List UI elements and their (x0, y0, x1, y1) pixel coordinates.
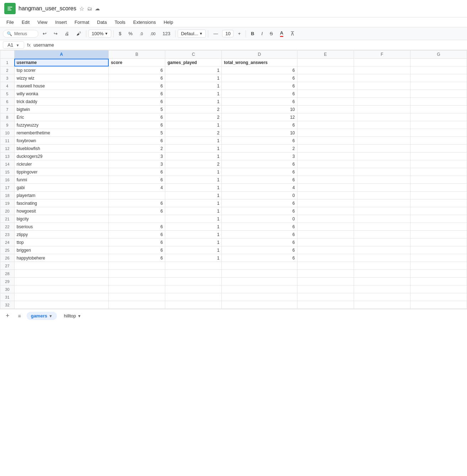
cell-c14[interactable]: 2 (165, 160, 222, 168)
cell-f17[interactable] (354, 184, 410, 192)
cell-e21[interactable] (297, 215, 354, 223)
cell-g10[interactable] (410, 129, 467, 137)
cell-d1[interactable]: total_wrong_answers (222, 59, 297, 66)
cell-d6[interactable]: 6 (222, 98, 297, 106)
cell-g12[interactable] (410, 145, 467, 153)
cell-d12[interactable]: 2 (222, 145, 297, 153)
cell-c1[interactable]: games_played (165, 59, 222, 66)
cell-f30[interactable] (354, 285, 410, 293)
cell-d22[interactable]: 6 (222, 223, 297, 231)
paint-format-button[interactable]: 🖌 (74, 30, 84, 38)
cell-f29[interactable] (354, 278, 410, 285)
menu-view[interactable]: View (34, 18, 51, 26)
cell-g22[interactable] (410, 223, 467, 231)
cell-c28[interactable] (165, 270, 222, 278)
cell-c8[interactable]: 2 (165, 113, 222, 121)
cell-b27[interactable] (109, 262, 165, 270)
cell-f18[interactable] (354, 192, 410, 199)
cell-c21[interactable]: 1 (165, 215, 222, 223)
cell-c22[interactable]: 1 (165, 223, 222, 231)
cell-e7[interactable] (297, 106, 354, 113)
cell-f23[interactable] (354, 231, 410, 239)
cell-e8[interactable] (297, 113, 354, 121)
cell-a14[interactable]: rickruler (14, 160, 108, 168)
cell-a25[interactable]: briggen (14, 246, 108, 254)
cell-e16[interactable] (297, 176, 354, 184)
cell-f9[interactable] (354, 121, 410, 129)
font-size-decrease[interactable]: — (210, 30, 221, 38)
currency-button[interactable]: $ (116, 30, 124, 38)
cell-b13[interactable]: 3 (109, 153, 165, 160)
cell-a10[interactable]: rememberthetime (14, 129, 108, 137)
cell-e20[interactable] (297, 207, 354, 215)
cell-g31[interactable] (410, 293, 467, 301)
font-size-increase[interactable]: + (235, 30, 243, 38)
col-header-b[interactable]: B (109, 50, 165, 59)
cell-f28[interactable] (354, 270, 410, 278)
cell-d16[interactable]: 6 (222, 176, 297, 184)
cell-g26[interactable] (410, 254, 467, 262)
percent-button[interactable]: % (125, 30, 135, 38)
cell-b24[interactable]: 6 (109, 239, 165, 246)
cell-c5[interactable]: 1 (165, 90, 222, 98)
tab-hilltop[interactable]: hilltop ▼ (60, 312, 86, 320)
cell-g17[interactable] (410, 184, 467, 192)
cell-c6[interactable]: 1 (165, 98, 222, 106)
menu-file[interactable]: File (3, 18, 17, 26)
cell-f15[interactable] (354, 168, 410, 176)
cell-a31[interactable] (14, 293, 108, 301)
star-icon[interactable]: ☆ (79, 5, 84, 12)
folder-icon[interactable]: 🗂 (87, 6, 92, 11)
cell-e12[interactable] (297, 145, 354, 153)
cell-b15[interactable]: 6 (109, 168, 165, 176)
cell-f16[interactable] (354, 176, 410, 184)
cell-f3[interactable] (354, 74, 410, 82)
cell-f25[interactable] (354, 246, 410, 254)
formula-value[interactable]: username (33, 42, 54, 48)
cell-f4[interactable] (354, 82, 410, 90)
decimal-dec-button[interactable]: .0 (137, 30, 146, 37)
cell-a16[interactable]: funmi (14, 176, 108, 184)
cell-e1[interactable] (297, 59, 354, 66)
cell-g9[interactable] (410, 121, 467, 129)
num-format-button[interactable]: 123 (160, 30, 173, 38)
cell-a19[interactable]: fascinating (14, 199, 108, 207)
cell-g8[interactable] (410, 113, 467, 121)
decimal-inc-button[interactable]: .00 (147, 30, 158, 37)
cell-d27[interactable] (222, 262, 297, 270)
cell-g27[interactable] (410, 262, 467, 270)
cell-c24[interactable]: 1 (165, 239, 222, 246)
cell-a7[interactable]: bigtwin (14, 106, 108, 113)
cell-e28[interactable] (297, 270, 354, 278)
cell-g1[interactable] (410, 59, 467, 66)
menu-tools[interactable]: Tools (111, 18, 129, 26)
cell-a4[interactable]: maxwell house (14, 82, 108, 90)
add-sheet-button[interactable]: + (3, 311, 12, 321)
cell-b31[interactable] (109, 293, 165, 301)
cell-g23[interactable] (410, 231, 467, 239)
cell-e17[interactable] (297, 184, 354, 192)
cell-d18[interactable]: 0 (222, 192, 297, 199)
cell-a20[interactable]: howgoesit (14, 207, 108, 215)
cell-d23[interactable]: 6 (222, 231, 297, 239)
bold-button[interactable]: B (248, 30, 257, 38)
cell-g28[interactable] (410, 270, 467, 278)
cell-b4[interactable]: 6 (109, 82, 165, 90)
cell-a21[interactable]: bigcity (14, 215, 108, 223)
tab-gamers-arrow[interactable]: ▼ (49, 314, 53, 318)
search-box[interactable]: 🔍 Menus (3, 30, 38, 38)
cell-b8[interactable]: 6 (109, 113, 165, 121)
cell-g24[interactable] (410, 239, 467, 246)
cell-d20[interactable]: 6 (222, 207, 297, 215)
cell-g21[interactable] (410, 215, 467, 223)
cell-d24[interactable]: 6 (222, 239, 297, 246)
cell-d2[interactable]: 6 (222, 66, 297, 74)
cell-b6[interactable]: 6 (109, 98, 165, 106)
redo-button[interactable]: ↪ (51, 30, 60, 38)
cell-b5[interactable]: 6 (109, 90, 165, 98)
cell-e6[interactable] (297, 98, 354, 106)
cell-d9[interactable]: 6 (222, 121, 297, 129)
cell-f22[interactable] (354, 223, 410, 231)
menu-help[interactable]: Help (160, 18, 177, 26)
cell-d5[interactable]: 6 (222, 90, 297, 98)
